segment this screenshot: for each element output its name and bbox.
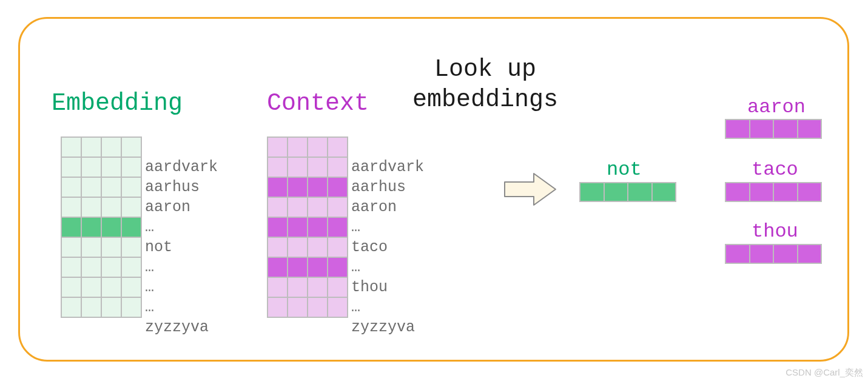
context-matrix: aardvarkaarhusaaron…taco…thou…zyzzyva — [267, 137, 348, 318]
lookup-input-label: not — [607, 158, 642, 181]
context-row — [267, 217, 348, 237]
lookup-output-vector-2 — [725, 244, 822, 264]
lookup-output-vector-1 — [725, 182, 822, 202]
embedding-row — [61, 277, 141, 297]
context-row — [267, 277, 348, 297]
lookup-output-label-1: taco — [752, 158, 798, 181]
embedding-row — [61, 157, 141, 177]
context-row-label: aarhus — [351, 177, 406, 197]
context-row — [267, 177, 348, 197]
arrow-icon — [503, 171, 558, 207]
embedding-row-label: aaron — [145, 197, 190, 217]
context-row-label: zyzzyva — [351, 317, 415, 337]
embedding-row — [61, 237, 141, 257]
context-row-label: aardvark — [351, 157, 424, 177]
context-row-label: … — [351, 257, 360, 277]
embedding-row — [61, 197, 141, 217]
embedding-row-label: aarhus — [145, 177, 200, 197]
context-row — [267, 237, 348, 257]
embedding-title: Embedding — [52, 90, 183, 117]
context-row-label: aaron — [351, 197, 397, 217]
lookup-title: Look up embeddings — [376, 55, 594, 115]
embedding-row-label: … — [145, 257, 154, 277]
context-row — [267, 257, 348, 277]
embedding-row — [61, 217, 141, 237]
lookup-title-line1: Look up — [434, 56, 536, 83]
context-row — [267, 157, 348, 177]
embedding-row — [61, 297, 141, 317]
embedding-row-label: zyzzyva — [145, 317, 209, 337]
context-title: Context — [267, 90, 369, 117]
context-row-label: … — [351, 297, 360, 317]
embedding-row-label: aardvark — [145, 157, 218, 177]
embedding-row — [61, 137, 141, 157]
embedding-matrix: aardvarkaarhusaaron…not………zyzzyva — [61, 137, 142, 318]
watermark: CSDN @Carl_奕然 — [786, 367, 863, 379]
context-row — [267, 137, 348, 157]
context-row-label: thou — [351, 277, 388, 297]
embedding-row — [61, 177, 141, 197]
lookup-output-label-2: thou — [752, 220, 798, 243]
lookup-input-vector — [579, 182, 676, 202]
embedding-row-label: … — [145, 277, 154, 297]
context-row — [267, 197, 348, 217]
lookup-output-vector-0 — [725, 119, 822, 139]
lookup-output-label-0: aaron — [747, 96, 806, 118]
context-row-label: taco — [351, 237, 388, 257]
context-row-label: … — [351, 217, 360, 237]
embedding-row-label: … — [145, 297, 154, 317]
embedding-row-label: … — [145, 217, 154, 237]
context-row — [267, 297, 348, 317]
embedding-row — [61, 257, 141, 277]
embedding-row-label: not — [145, 237, 172, 257]
lookup-title-line2: embeddings — [412, 86, 558, 113]
